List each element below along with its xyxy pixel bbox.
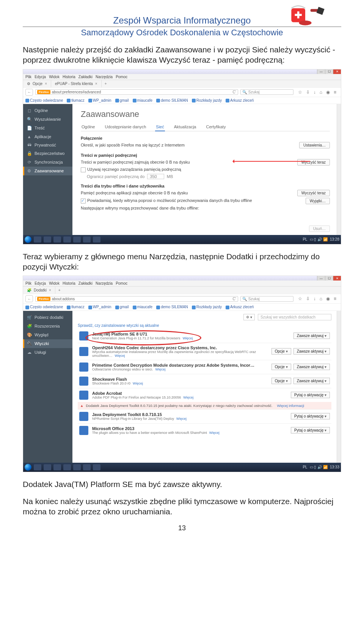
sync-icon[interactable]: ◉ xyxy=(326,90,330,95)
menu-zakładki[interactable]: Zakładki xyxy=(78,281,93,285)
bookmark-item[interactable]: Często odwiedzane xyxy=(25,98,63,102)
plugin-action[interactable]: Zawsze aktywuj xyxy=(293,364,330,370)
bookmark-item[interactable]: miaucafe xyxy=(133,98,153,102)
menu-historia[interactable]: Historia xyxy=(63,281,75,285)
subtab-sieć[interactable]: Sieć xyxy=(155,123,165,131)
bookmark-item[interactable]: Rozkłady jazdy xyxy=(192,305,222,309)
bookmark-icon[interactable]: ☆ xyxy=(298,296,302,301)
pocket-icon[interactable]: ⇩ xyxy=(306,296,310,301)
sidebar-item-treść[interactable]: 📄Treść xyxy=(23,124,72,132)
tab-dodatki[interactable]: 🧩Dodatki× xyxy=(23,287,55,294)
exceptions-button[interactable]: Wyjątki… xyxy=(306,198,330,204)
home-icon[interactable]: ⌂ xyxy=(320,296,322,301)
plugin-action[interactable]: Zawsze aktywuj xyxy=(293,348,330,355)
bookmark-item[interactable]: tłumacz xyxy=(67,305,84,309)
address-bar[interactable]: Firefox about:addons C' xyxy=(35,296,238,302)
more-link[interactable]: Więcej xyxy=(133,381,143,385)
taskbar-app[interactable] xyxy=(34,464,41,470)
pocket-icon[interactable]: ⇩ xyxy=(306,90,310,95)
check-updates-link[interactable]: Sprawdź, czy zainstalowane wtyczki są ak… xyxy=(78,323,331,328)
plugin-action[interactable]: Opcje xyxy=(271,378,291,384)
menu-bar[interactable]: PlikEdycjaWidokHistoriaZakładkiNarzędzia… xyxy=(23,281,341,287)
subtab-certyfikaty[interactable]: Certyfikaty xyxy=(205,123,226,131)
taskbar-app[interactable] xyxy=(44,464,51,470)
scrollbar[interactable] xyxy=(337,104,341,235)
taskbar-app[interactable] xyxy=(83,236,91,243)
back-button[interactable]: ← xyxy=(25,295,33,302)
tools-menu[interactable]: ✲ ▾ xyxy=(243,314,255,320)
clear-now-button[interactable]: Wyczyść teraz xyxy=(297,159,330,165)
settings-button[interactable]: Ustawienia… xyxy=(299,142,330,148)
sidebar-item-zaawansowane[interactable]: ⚙Zaawansowane xyxy=(23,167,72,175)
tab-opcje[interactable]: ⚙Opcje× xyxy=(23,80,51,87)
bookmark-item[interactable]: demo SILEMAN xyxy=(156,305,188,309)
sidebar-item-usługi[interactable]: ☁Usługi xyxy=(23,348,72,357)
start-button[interactable] xyxy=(25,464,31,471)
back-button[interactable]: ← xyxy=(25,89,33,96)
menu-widok[interactable]: Widok xyxy=(49,75,60,79)
addons-search-input[interactable]: Szukaj we wszystkich dodatkach xyxy=(258,314,331,320)
sidebar-item-prywatność[interactable]: 🕶Prywatność xyxy=(23,141,72,149)
new-tab-button[interactable]: + xyxy=(55,287,64,294)
taskbar-app[interactable] xyxy=(63,236,71,243)
close-button[interactable]: ✕ xyxy=(333,69,341,74)
menu-edycja[interactable]: Edycja xyxy=(35,281,46,285)
search-bar[interactable]: 🔍Szukaj xyxy=(240,296,293,302)
tab-epuap[interactable]: ePUAP - Strefa klienta× xyxy=(51,80,102,87)
bookmark-item[interactable]: Arkusz zleceń xyxy=(226,98,254,102)
taskbar-app[interactable] xyxy=(93,236,100,243)
sidebar-item-bezpieczeństwo[interactable]: 🔒Bezpieczeństwo xyxy=(23,149,72,158)
more-link[interactable]: Więcej xyxy=(183,336,193,340)
more-link[interactable]: Więcej xyxy=(115,354,125,358)
sidebar-item-pobierz-dodatki[interactable]: 🛒Pobierz dodatki xyxy=(23,313,72,322)
menu-edycja[interactable]: Edycja xyxy=(35,75,46,79)
sidebar-item-wygląd[interactable]: 🎨Wygląd xyxy=(23,331,72,339)
bookmark-item[interactable]: demo SILEMAN xyxy=(156,98,188,102)
more-link[interactable]: Więcej xyxy=(155,367,166,371)
clear-now-button-2[interactable]: Wyczyść teraz xyxy=(297,190,330,196)
taskbar-app[interactable] xyxy=(44,236,51,243)
sidebar-item-ogólne[interactable]: ◻Ogólne xyxy=(23,106,72,115)
bookmark-item[interactable]: WP_admin xyxy=(88,98,111,102)
taskbar-app[interactable] xyxy=(63,464,71,470)
maximize-button[interactable]: ☐ xyxy=(325,276,333,281)
bookmark-item[interactable]: Często odwiedzane xyxy=(25,305,63,309)
remove-button[interactable]: Usuń… xyxy=(309,225,330,232)
menu-icon[interactable]: ≡ xyxy=(334,90,336,95)
taskbar-app[interactable] xyxy=(93,464,100,470)
sync-icon[interactable]: ◉ xyxy=(326,296,330,301)
taskbar-app[interactable] xyxy=(73,236,81,243)
address-bar[interactable]: Firefox about:preferences#advanced C' xyxy=(35,89,238,95)
menu-bar[interactable]: PlikEdycjaWidokHistoriaZakładkiNarzędzia… xyxy=(23,74,341,80)
sidebar-item-rozszerzenia[interactable]: 🧩Rozszerzenia xyxy=(23,322,72,331)
bookmark-item[interactable]: Rozkłady jazdy xyxy=(192,98,222,102)
plugin-action[interactable]: Opcje xyxy=(271,348,291,355)
plugin-action[interactable]: Opcje xyxy=(271,364,291,370)
manual-cache-checkbox[interactable] xyxy=(81,167,86,172)
bookmark-icon[interactable]: ☆ xyxy=(298,90,302,95)
taskbar-app[interactable] xyxy=(83,464,91,470)
sidebar-item-wtyczki[interactable]: 🔌Wtyczki xyxy=(23,339,72,348)
menu-icon[interactable]: ≡ xyxy=(334,296,336,301)
close-icon[interactable]: × xyxy=(45,82,47,86)
more-link[interactable]: Więcej xyxy=(176,417,187,421)
bookmark-item[interactable]: Arkusz zleceń xyxy=(226,305,254,309)
menu-pomoc[interactable]: Pomoc xyxy=(116,75,127,79)
subtab-udostępnianie-danych[interactable]: Udostępnianie danych xyxy=(104,123,147,131)
scrollbar[interactable] xyxy=(337,311,341,463)
taskbar-app[interactable] xyxy=(34,236,41,243)
plugin-action[interactable]: Pytaj o aktywację xyxy=(291,392,330,398)
more-link[interactable]: Więcej xyxy=(209,431,220,435)
plugin-action[interactable]: Pytaj o aktywację xyxy=(291,413,330,419)
menu-zakładki[interactable]: Zakładki xyxy=(78,75,93,79)
subtab-ogólne[interactable]: Ogólne xyxy=(81,123,96,131)
downloads-icon[interactable]: ↓ xyxy=(314,90,316,95)
more-info-link[interactable]: Więcej informacji xyxy=(277,403,304,408)
downloads-icon[interactable]: ↓ xyxy=(314,296,316,301)
start-button[interactable] xyxy=(25,236,31,243)
home-icon[interactable]: ⌂ xyxy=(320,90,322,95)
close-icon[interactable]: × xyxy=(49,288,51,292)
sidebar-item-wyszukiwanie[interactable]: 🔍Wyszukiwanie xyxy=(23,115,72,124)
more-link[interactable]: Więcej xyxy=(183,396,193,399)
menu-pomoc[interactable]: Pomoc xyxy=(116,281,127,285)
